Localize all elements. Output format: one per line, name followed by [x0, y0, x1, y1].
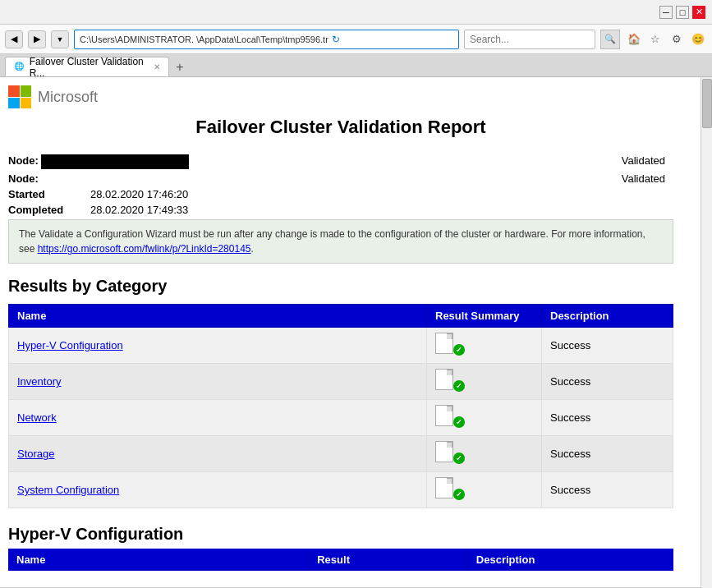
storage-link[interactable]: Storage	[17, 448, 55, 460]
title-bar: ─ □ ✕	[0, 0, 712, 25]
table-row: Storage ✓ Success	[9, 436, 673, 472]
check-badge: ✓	[453, 452, 465, 464]
row-desc: Success	[542, 472, 673, 508]
doc-icon	[435, 333, 453, 354]
close-button[interactable]: ✕	[692, 6, 705, 19]
sysconfig-link[interactable]: System Configuration	[17, 484, 119, 496]
forward-button[interactable]: ▶	[28, 30, 46, 48]
row-result: ✓	[427, 364, 542, 400]
node1-status: Validated	[622, 154, 673, 167]
ms-flag-icon	[8, 85, 31, 108]
row-name: Hyper-V Configuration	[9, 328, 427, 364]
page-content: Microsoft Failover Cluster Validation Re…	[0, 77, 690, 587]
tab-favicon: 🌐	[14, 62, 25, 73]
row-desc: Success	[542, 364, 673, 400]
ms-flag-green	[21, 85, 32, 97]
hyperv-col-result: Result	[309, 549, 468, 571]
search-input[interactable]	[464, 30, 595, 49]
ms-flag-blue	[8, 98, 20, 109]
page-area: Microsoft Failover Cluster Validation Re…	[0, 77, 701, 588]
tab-bar: 🌐 Failover Cluster Validation R... ✕ +	[0, 54, 712, 77]
tab-close-icon[interactable]: ✕	[154, 62, 160, 71]
row-name: Network	[9, 400, 427, 436]
category-table-header-row: Name Result Summary Description	[9, 305, 673, 328]
hyperv-header-row: Name Result Description	[8, 549, 673, 571]
notice-text-after: .	[251, 243, 254, 255]
settings-button[interactable]: ⚙	[668, 30, 686, 48]
hyperv-config-link[interactable]: Hyper-V Configuration	[17, 339, 123, 351]
col-name-header: Name	[9, 305, 427, 328]
col-desc-header: Description	[542, 305, 673, 328]
vertical-scrollbar[interactable]	[701, 77, 712, 588]
inventory-link[interactable]: Inventory	[17, 375, 61, 388]
doc-icon	[435, 369, 453, 390]
result-icon: ✓	[435, 333, 465, 356]
back-button[interactable]: ◀	[5, 30, 23, 48]
row-desc: Success	[542, 436, 673, 472]
category-table-head: Name Result Summary Description	[9, 305, 673, 328]
search-button[interactable]: 🔍	[600, 30, 620, 49]
completed-label: Completed	[8, 204, 90, 216]
refresh-icon: ↻	[332, 34, 340, 45]
ms-brand-label: Microsoft	[38, 89, 98, 106]
new-tab-button[interactable]: +	[171, 58, 189, 76]
doc-icon	[435, 477, 453, 498]
minimize-button[interactable]: ─	[659, 6, 673, 19]
notice-link[interactable]: https://go.microsoft.com/fwlink/p/?LinkI…	[38, 243, 251, 255]
ms-logo: Microsoft	[8, 85, 673, 108]
maximize-button[interactable]: □	[676, 6, 689, 19]
node1-value	[41, 154, 189, 167]
hyperv-col-name: Name	[8, 549, 309, 571]
check-badge: ✓	[453, 344, 465, 356]
url-box[interactable]: C:\Users\ADMINISTRATOR. \AppData\Local\T…	[74, 30, 459, 49]
ms-flag-yellow	[21, 98, 32, 109]
category-table: Name Result Summary Description Hyper-V …	[8, 304, 673, 508]
col-result-header: Result Summary	[427, 305, 542, 328]
home-button[interactable]: 🏠	[625, 30, 643, 48]
check-badge: ✓	[453, 489, 465, 500]
completed-value: 28.02.2020 17:49:33	[90, 204, 673, 216]
table-row: Inventory ✓ Success	[9, 364, 673, 400]
table-row: Network ✓ Success	[9, 400, 673, 436]
row-desc: Success	[542, 328, 673, 364]
check-badge: ✓	[453, 416, 465, 428]
started-row: Started 28.02.2020 17:46:20	[8, 188, 673, 200]
started-value: 28.02.2020 17:46:20	[90, 188, 673, 200]
row-result: ✓	[427, 400, 542, 436]
result-icon: ✓	[435, 477, 465, 500]
node1-label: Node:	[8, 154, 39, 167]
node2-status: Validated	[622, 172, 673, 185]
node2-label: Node:	[8, 172, 39, 185]
node2-left: Node:	[8, 172, 622, 185]
ms-flag-red	[8, 85, 20, 97]
result-icon: ✓	[435, 405, 465, 428]
table-row: System Configuration ✓ Success	[9, 472, 673, 508]
check-badge: ✓	[453, 380, 465, 392]
hyperv-section-heading: Hyper-V Configuration	[8, 525, 673, 544]
network-link[interactable]: Network	[17, 411, 57, 424]
row-name: Storage	[9, 436, 427, 472]
active-tab[interactable]: 🌐 Failover Cluster Validation R... ✕	[5, 57, 169, 76]
emoji-button[interactable]: 😊	[689, 30, 707, 48]
completed-row: Completed 28.02.2020 17:49:33	[8, 204, 673, 216]
report-title: Failover Cluster Validation Report	[8, 117, 673, 138]
recent-pages-button[interactable]: ▼	[51, 30, 69, 48]
row-result: ✓	[427, 328, 542, 364]
node1-row: Node: Validated	[8, 154, 673, 169]
doc-icon	[435, 405, 453, 426]
row-name: System Configuration	[9, 472, 427, 508]
table-row: Hyper-V Configuration ✓ Success	[9, 328, 673, 364]
scrollbar-thumb[interactable]	[702, 79, 712, 128]
tab-label: Failover Cluster Validation R...	[30, 56, 149, 79]
result-icon: ✓	[435, 441, 465, 464]
row-result: ✓	[427, 472, 542, 508]
notice-box: The Validate a Configuration Wizard must…	[8, 219, 673, 264]
row-desc: Success	[542, 400, 673, 436]
address-bar: ◀ ▶ ▼ C:\Users\ADMINISTRATOR. \AppData\L…	[0, 25, 712, 54]
browser-content: Microsoft Failover Cluster Validation Re…	[0, 77, 712, 588]
category-table-body: Hyper-V Configuration ✓ Success Inventor…	[9, 328, 673, 508]
results-section-heading: Results by Category	[8, 277, 673, 296]
row-result: ✓	[427, 436, 542, 472]
favorites-button[interactable]: ☆	[646, 30, 664, 48]
row-name: Inventory	[9, 364, 427, 400]
